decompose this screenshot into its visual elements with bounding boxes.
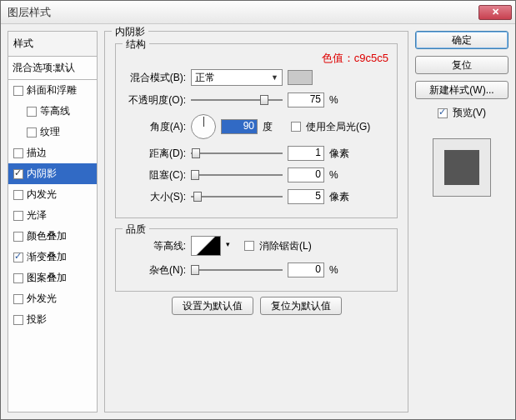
contour-picker[interactable] — [191, 236, 221, 256]
style-label: 图案叠加 — [27, 271, 67, 285]
styles-header: 样式 — [8, 32, 97, 57]
set-default-button[interactable]: 设置为默认值 — [172, 297, 253, 315]
unit-degree: 度 — [263, 120, 286, 134]
styles-panel: 样式 混合选项:默认 斜面和浮雕 等高线 纹理 描边 内阴影 内发光 光泽 颜色… — [8, 31, 98, 412]
style-item-color-overlay[interactable]: 颜色叠加 — [8, 226, 97, 247]
color-swatch[interactable] — [288, 70, 313, 85]
right-panel: 确定 复位 新建样式(W)... 预览(V) — [415, 31, 508, 412]
unit-px: 像素 — [329, 147, 353, 161]
checkbox-icon[interactable] — [27, 107, 37, 117]
layer-style-dialog: 图层样式 ✕ 样式 混合选项:默认 斜面和浮雕 等高线 纹理 描边 内阴影 内发… — [0, 0, 516, 420]
reset-button[interactable]: 复位 — [415, 56, 508, 74]
style-item-outer-glow[interactable]: 外发光 — [8, 288, 97, 309]
style-label: 投影 — [27, 312, 47, 327]
blend-mode-select[interactable]: 正常 — [191, 69, 283, 86]
blend-options-item[interactable]: 混合选项:默认 — [8, 57, 97, 80]
style-item-bevel[interactable]: 斜面和浮雕 — [8, 80, 97, 101]
unit-percent: % — [329, 169, 353, 181]
opacity-label: 不透明度(O): — [124, 93, 186, 108]
angle-label: 角度(A): — [124, 120, 186, 134]
main-panel: 内阴影 结构 色值：c9c5c5 混合模式(B): 正常 不透明度(O): 75… — [104, 31, 408, 412]
style-label: 光泽 — [27, 208, 47, 222]
opacity-input[interactable]: 75 — [288, 92, 324, 108]
close-button[interactable]: ✕ — [478, 5, 512, 20]
global-light-label: 使用全局光(G) — [306, 120, 370, 134]
checkbox-icon[interactable] — [13, 294, 23, 304]
anti-alias-checkbox[interactable] — [244, 241, 254, 251]
style-label: 渐变叠加 — [27, 250, 67, 264]
size-label: 大小(S): — [124, 190, 186, 204]
choke-slider[interactable] — [191, 168, 283, 182]
opacity-slider[interactable] — [191, 92, 283, 108]
style-item-drop-shadow[interactable]: 投影 — [8, 309, 97, 330]
size-slider[interactable] — [191, 189, 283, 204]
style-label: 纹理 — [40, 125, 60, 139]
style-item-pattern-overlay[interactable]: 图案叠加 — [8, 268, 97, 288]
checkbox-icon[interactable] — [13, 169, 23, 179]
ok-button[interactable]: 确定 — [415, 31, 508, 49]
new-style-button[interactable]: 新建样式(W)... — [415, 81, 508, 99]
structure-legend: 结构 — [123, 38, 149, 52]
blend-mode-label: 混合模式(B): — [124, 71, 186, 85]
style-label: 描边 — [27, 146, 47, 160]
quality-legend: 品质 — [123, 222, 149, 237]
choke-label: 阻塞(C): — [124, 168, 186, 182]
style-label: 内阴影 — [27, 167, 57, 181]
choke-input[interactable]: 0 — [288, 168, 324, 182]
style-item-contour[interactable]: 等高线 — [8, 101, 97, 122]
preview-checkbox[interactable] — [438, 108, 448, 118]
style-item-gradient-overlay[interactable]: 渐变叠加 — [8, 247, 97, 268]
checkbox-icon[interactable] — [13, 315, 23, 325]
noise-slider[interactable] — [191, 262, 283, 278]
distance-input[interactable]: 1 — [288, 146, 324, 161]
distance-slider[interactable] — [191, 146, 283, 161]
checkbox-icon[interactable] — [13, 86, 23, 96]
checkbox-icon[interactable] — [13, 190, 23, 200]
size-input[interactable]: 5 — [288, 189, 324, 204]
style-item-satin[interactable]: 光泽 — [8, 205, 97, 226]
angle-dial[interactable] — [191, 114, 216, 139]
global-light-checkbox[interactable] — [291, 122, 301, 132]
checkbox-icon[interactable] — [27, 128, 37, 138]
style-item-inner-glow[interactable]: 内发光 — [8, 184, 97, 205]
checkbox-icon[interactable] — [13, 232, 23, 242]
contour-label: 等高线: — [124, 239, 186, 253]
unit-px: 像素 — [329, 190, 353, 204]
noise-label: 杂色(N): — [124, 263, 186, 278]
preview-label: 预览(V) — [453, 106, 486, 120]
style-label: 斜面和浮雕 — [27, 83, 77, 98]
noise-input[interactable]: 0 — [288, 262, 324, 278]
style-item-texture[interactable]: 纹理 — [8, 122, 97, 142]
style-item-stroke[interactable]: 描边 — [8, 142, 97, 163]
style-label: 颜色叠加 — [27, 229, 67, 243]
color-annotation: 色值：c9c5c5 — [322, 52, 388, 64]
style-label: 外发光 — [27, 292, 57, 306]
checkbox-icon[interactable] — [13, 273, 23, 283]
preview-box — [433, 138, 491, 197]
style-label: 内发光 — [27, 188, 57, 202]
checkbox-icon[interactable] — [13, 148, 23, 158]
checkbox-icon[interactable] — [13, 211, 23, 221]
style-label: 等高线 — [40, 104, 70, 118]
close-icon: ✕ — [492, 7, 499, 18]
preview-swatch — [444, 150, 479, 185]
style-item-inner-shadow[interactable]: 内阴影 — [8, 163, 97, 184]
unit-percent: % — [329, 94, 353, 106]
checkbox-icon[interactable] — [13, 252, 23, 262]
reset-default-button[interactable]: 复位为默认值 — [260, 297, 342, 315]
angle-input[interactable]: 90 — [221, 119, 258, 134]
quality-fieldset: 品质 等高线: 消除锯齿(L) 杂色(N): 0 % — [115, 228, 398, 292]
structure-fieldset: 结构 色值：c9c5c5 混合模式(B): 正常 不透明度(O): 75 % — [115, 43, 398, 218]
titlebar: 图层样式 ✕ — [1, 1, 515, 24]
dialog-title: 图层样式 — [8, 5, 478, 20]
inner-shadow-fieldset: 内阴影 结构 色值：c9c5c5 混合模式(B): 正常 不透明度(O): 75… — [104, 31, 408, 412]
blend-mode-value: 正常 — [195, 71, 215, 85]
anti-alias-label: 消除锯齿(L) — [259, 239, 312, 253]
unit-percent: % — [329, 264, 353, 276]
distance-label: 距离(D): — [124, 147, 186, 161]
